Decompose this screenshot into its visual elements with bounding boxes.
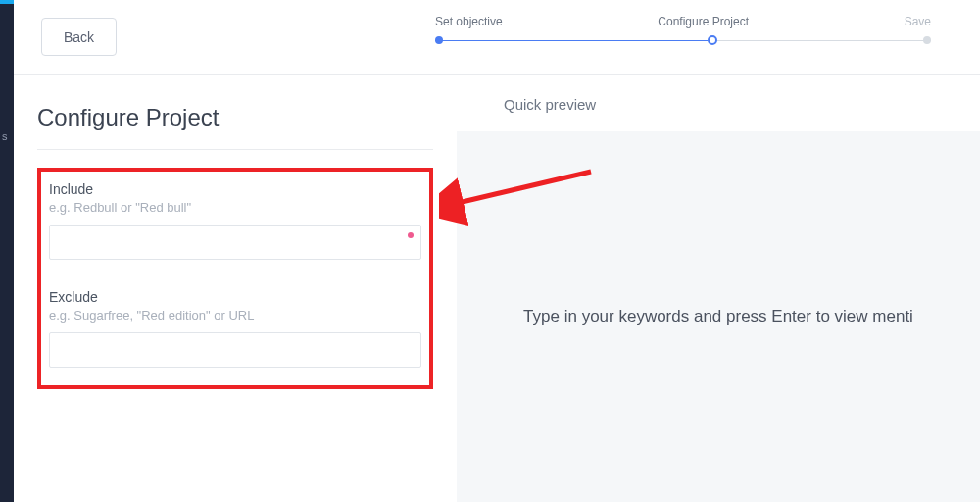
- stepper: Set objective Configure Project Save: [425, 15, 941, 59]
- preview-pane: Quick preview Type in your keywords and …: [457, 75, 980, 502]
- step-set-objective[interactable]: Set objective: [435, 15, 503, 28]
- preview-title: Quick preview: [457, 75, 980, 131]
- include-input[interactable]: [49, 225, 421, 260]
- step-save: Save: [905, 15, 931, 28]
- exclude-input[interactable]: [49, 332, 421, 368]
- sidebar-accent: [0, 0, 14, 4]
- include-hint: e.g. Redbull or "Red bull": [49, 200, 421, 215]
- step-dot-3: [923, 36, 931, 44]
- sidebar-hint: s: [2, 130, 8, 142]
- page-title: Configure Project: [37, 104, 433, 131]
- divider: [37, 149, 433, 150]
- sidebar: s: [0, 0, 14, 502]
- include-label: Include: [49, 181, 421, 197]
- step-configure-project[interactable]: Configure Project: [658, 15, 749, 28]
- step-dot-2-current: [708, 35, 717, 45]
- back-button[interactable]: Back: [41, 18, 117, 56]
- annotation-highlight-box: Include e.g. Redbull or "Red bull" Exclu…: [37, 168, 433, 389]
- step-dot-1: [435, 36, 443, 44]
- topbar: Back Set objective Configure Project Sav…: [14, 0, 980, 75]
- configure-pane: Configure Project Include e.g. Redbull o…: [14, 75, 457, 502]
- exclude-hint: e.g. Sugarfree, "Red edition" or URL: [49, 308, 421, 323]
- exclude-label: Exclude: [49, 289, 421, 305]
- required-dot-icon: [408, 232, 414, 238]
- preview-body: Type in your keywords and press Enter to…: [457, 131, 980, 502]
